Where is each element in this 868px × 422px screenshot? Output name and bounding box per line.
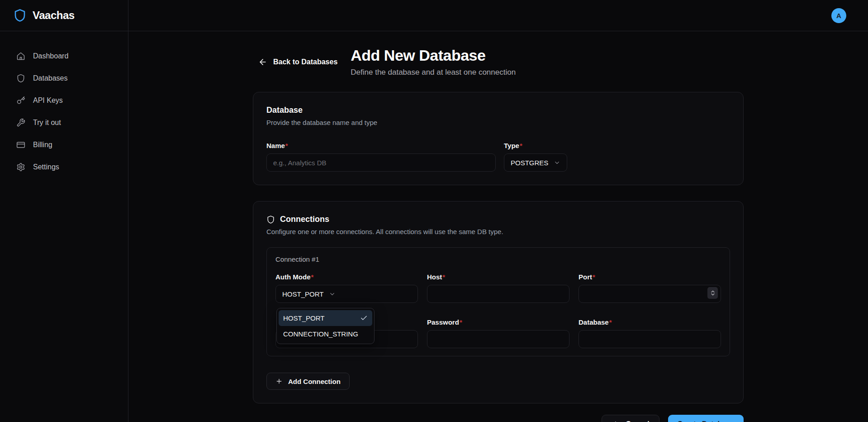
required-asterisk: * [285, 142, 288, 149]
check-icon [360, 314, 368, 322]
option-label: HOST_PORT [283, 314, 324, 322]
page-head: Back to Databases Add New Database Defin… [253, 47, 744, 77]
connections-card-description: Configure one or more connections. All c… [266, 228, 730, 235]
database-card: Database Provide the database name and t… [253, 92, 744, 185]
auth-mode-option-host-port[interactable]: HOST_PORT [279, 310, 372, 326]
database-input[interactable] [579, 330, 721, 348]
auth-mode-dropdown: HOST_PORT CONNECTION_STRING [276, 308, 375, 344]
sidebar: Vaachas Dashboard Databases API Keys [0, 0, 128, 422]
arrow-left-icon [258, 58, 267, 67]
brand-name: Vaachas [33, 9, 75, 22]
back-link-label: Back to Databases [273, 58, 337, 66]
chevrons-up-down-icon [710, 289, 716, 297]
cancel-button[interactable]: Cancel [602, 415, 659, 422]
auth-mode-option-connection-string[interactable]: CONNECTION_STRING [279, 326, 372, 342]
add-connection-button[interactable]: Add Connection [266, 373, 350, 390]
required-asterisk: * [460, 318, 462, 326]
connection-1-panel: Connection #1 Auth Mode* HOST_PORT [266, 247, 730, 356]
port-field: Port* [579, 273, 721, 303]
avatar[interactable]: A [831, 8, 846, 23]
port-input[interactable] [579, 285, 721, 303]
key-icon [16, 96, 25, 105]
database-card-title: Database [266, 106, 730, 115]
add-connection-label: Add Connection [288, 378, 341, 385]
sidebar-item-label: Settings [33, 163, 59, 171]
name-input[interactable] [266, 153, 496, 172]
sidebar-item-billing[interactable]: Billing [0, 134, 128, 156]
required-asterisk: * [442, 273, 445, 281]
main-column: A Back to Databases Add New Database Def… [128, 0, 868, 422]
required-asterisk: * [520, 142, 522, 149]
required-asterisk: * [593, 273, 595, 281]
credit-card-icon [16, 140, 25, 149]
password-input[interactable] [427, 330, 569, 348]
sidebar-nav: Dashboard Databases API Keys Try it out [0, 31, 128, 178]
shield-icon [16, 74, 25, 83]
topbar: A [128, 0, 868, 31]
cancel-label: Cancel [626, 420, 649, 422]
auth-mode-label: Auth Mode* [275, 273, 418, 281]
name-label: Name* [266, 142, 496, 149]
type-select[interactable]: POSTGRES [504, 153, 567, 172]
type-label: Type* [504, 142, 567, 149]
database-fields-row: Name* Type* POSTGRES [266, 142, 730, 172]
type-select-value: POSTGRES [511, 159, 548, 167]
database-field-label: Database* [579, 318, 721, 326]
auth-mode-select-value: HOST_PORT [282, 290, 323, 298]
back-to-databases-link[interactable]: Back to Databases [258, 58, 337, 67]
sidebar-item-label: Databases [33, 74, 68, 82]
connections-card-header: Connections [266, 215, 730, 224]
host-input[interactable] [427, 285, 569, 303]
database-name-field: Database* [579, 318, 721, 348]
auth-mode-select[interactable]: HOST_PORT [275, 285, 418, 303]
type-field: Type* POSTGRES [504, 142, 567, 172]
sidebar-item-api-keys[interactable]: API Keys [0, 89, 128, 111]
connections-card: Connections Configure one or more connec… [253, 201, 744, 403]
create-database-button[interactable]: Create Database [668, 415, 744, 422]
port-label: Port* [579, 273, 721, 281]
page-content: Back to Databases Add New Database Defin… [253, 47, 744, 422]
page-title: Add New Database [351, 47, 516, 64]
sidebar-item-databases[interactable]: Databases [0, 67, 128, 89]
connections-card-title: Connections [280, 215, 329, 224]
database-card-description: Provide the database name and type [266, 119, 730, 126]
name-field: Name* [266, 142, 496, 172]
app-root: Vaachas Dashboard Databases API Keys [0, 0, 868, 422]
connection-1-title: Connection #1 [275, 255, 721, 263]
shield-logo-icon [13, 8, 27, 23]
sidebar-item-dashboard[interactable]: Dashboard [0, 45, 128, 67]
sidebar-item-try-it-out[interactable]: Try it out [0, 111, 128, 134]
chevron-down-icon [329, 291, 336, 297]
port-input-wrapper [579, 281, 721, 303]
plus-icon [275, 378, 283, 385]
sidebar-item-label: Try it out [33, 119, 61, 127]
sidebar-item-label: Billing [33, 141, 52, 149]
password-label: Password* [427, 318, 569, 326]
arrow-left-icon [612, 420, 620, 422]
port-stepper[interactable] [707, 287, 718, 299]
sidebar-item-settings[interactable]: Settings [0, 156, 128, 178]
host-label: Host* [427, 273, 569, 281]
form-actions: Cancel Create Database [253, 415, 744, 422]
page-subtitle: Define the database and at least one con… [351, 68, 516, 77]
home-icon [16, 52, 25, 61]
auth-mode-field: Auth Mode* HOST_PORT [275, 273, 418, 303]
shield-icon [266, 215, 275, 224]
required-asterisk: * [311, 273, 313, 281]
host-field: Host* [427, 273, 569, 303]
sidebar-item-label: Dashboard [33, 52, 68, 60]
required-asterisk: * [609, 318, 612, 326]
brand-logo[interactable]: Vaachas [0, 0, 128, 31]
password-field: Password* [427, 318, 569, 348]
chevron-down-icon [554, 159, 560, 166]
title-block: Add New Database Define the database and… [351, 47, 516, 77]
sidebar-item-label: API Keys [33, 96, 63, 105]
gear-icon [16, 163, 25, 172]
option-label: CONNECTION_STRING [283, 330, 358, 338]
wrench-icon [16, 118, 25, 127]
